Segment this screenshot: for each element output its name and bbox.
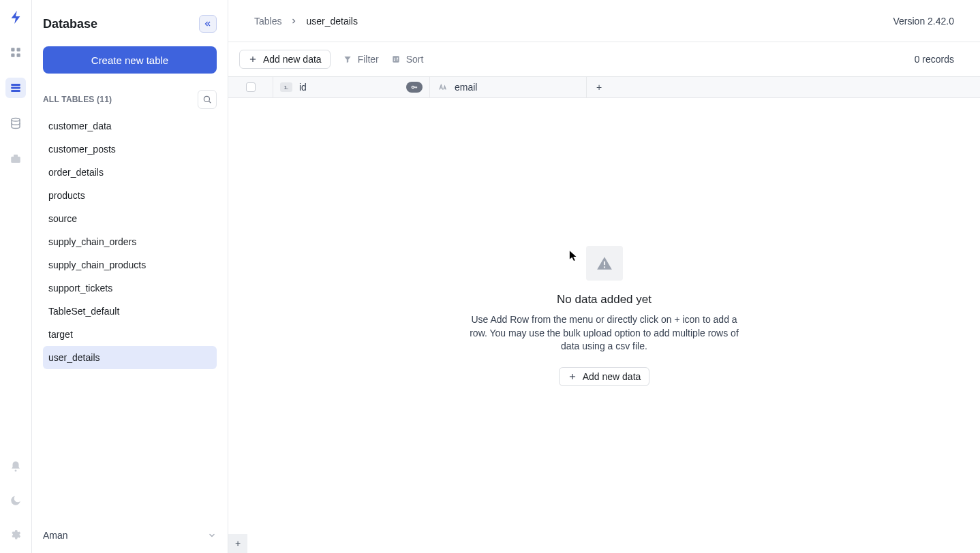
text-type-icon (437, 82, 448, 92)
add-new-data-label: Add new data (263, 54, 322, 65)
svg-point-11 (204, 96, 209, 101)
column-id-label: id (299, 82, 307, 93)
empty-subtitle: Use Add Row from the menu or directly cl… (468, 313, 741, 353)
select-all-checkbox[interactable] (246, 82, 256, 92)
svg-rect-15 (393, 56, 399, 62)
column-header-id[interactable]: 1. id (273, 77, 430, 97)
svg-point-16 (412, 86, 414, 88)
svg-rect-0 (11, 48, 14, 51)
column-header-email[interactable]: email (430, 77, 587, 97)
filter-icon (343, 54, 352, 64)
records-count: 0 records (915, 54, 969, 65)
svg-point-7 (12, 118, 20, 122)
svg-point-10 (15, 470, 17, 472)
chevron-double-left-icon (204, 20, 212, 28)
svg-rect-19 (603, 261, 604, 264)
table-body: No data added yet Use Add Row from the m… (228, 98, 980, 553)
plus-icon (248, 54, 258, 64)
empty-state: No data added yet Use Add Row from the m… (468, 246, 741, 386)
chevron-right-icon (290, 17, 298, 25)
add-row-button[interactable]: + (228, 534, 247, 553)
sidebar-title: Database (43, 17, 97, 31)
rail-theme-icon[interactable] (5, 490, 26, 511)
all-tables-label: ALL TABLES (11) (43, 95, 112, 104)
user-label: Aman (43, 530, 68, 541)
rail-briefcase-icon[interactable] (5, 148, 26, 169)
table-item-user_details[interactable]: user_details (43, 346, 217, 369)
svg-rect-6 (11, 90, 20, 92)
version-label: Version 2.42.0 (893, 16, 954, 27)
breadcrumb: Tables user_details (254, 16, 358, 27)
sort-icon (391, 54, 401, 64)
table-item-supply_chain_products[interactable]: supply_chain_products (43, 253, 217, 276)
tables-list: customer_data customer_posts order_detai… (32, 114, 228, 369)
svg-rect-20 (603, 266, 604, 268)
table-item-support_tickets[interactable]: support_tickets (43, 276, 217, 300)
table-item-tableset_default[interactable]: TableSet_default (43, 300, 217, 323)
create-new-table-button[interactable]: Create new table (43, 46, 217, 74)
table-header: 1. id email + (228, 76, 980, 98)
breadcrumb-current: user_details (306, 16, 358, 27)
rail-apps-icon[interactable] (5, 42, 26, 63)
empty-title: No data added yet (557, 293, 652, 306)
chevron-down-icon (207, 531, 217, 540)
primary-key-icon (406, 82, 423, 93)
add-new-data-button[interactable]: Add new data (239, 50, 331, 69)
rail-data-icon[interactable] (5, 113, 26, 133)
table-item-target[interactable]: target (43, 323, 217, 346)
empty-add-data-button[interactable]: Add new data (559, 367, 650, 386)
sort-label: Sort (406, 54, 424, 65)
svg-rect-4 (11, 84, 20, 86)
sort-button[interactable]: Sort (391, 54, 424, 65)
sidebar: Database Create new table ALL TABLES (11… (32, 0, 228, 553)
user-menu[interactable]: Aman (32, 522, 228, 553)
table-item-order_details[interactable]: order_details (43, 161, 217, 184)
main: Tables user_details Version 2.42.0 Add n… (228, 0, 980, 553)
plus-icon (568, 372, 577, 381)
rail-database-icon[interactable] (5, 78, 26, 98)
breadcrumb-root[interactable]: Tables (254, 16, 281, 27)
warning-icon (586, 246, 623, 281)
svg-rect-8 (11, 157, 20, 163)
rail-bell-icon[interactable] (5, 456, 26, 477)
filter-label: Filter (358, 54, 379, 65)
svg-rect-5 (11, 87, 20, 89)
search-tables-button[interactable] (198, 90, 217, 109)
svg-rect-9 (14, 155, 18, 157)
search-icon (202, 95, 212, 104)
logo-icon[interactable] (5, 7, 26, 27)
left-rail (0, 0, 32, 553)
select-all-cell[interactable] (228, 77, 273, 97)
add-column-button[interactable]: + (587, 77, 611, 97)
table-item-customer_data[interactable]: customer_data (43, 114, 217, 138)
number-type-icon: 1. (280, 82, 292, 92)
svg-rect-1 (17, 48, 20, 51)
table-item-products[interactable]: products (43, 184, 217, 207)
table-item-customer_posts[interactable]: customer_posts (43, 138, 217, 161)
table-item-supply_chain_orders[interactable]: supply_chain_orders (43, 230, 217, 253)
empty-button-label: Add new data (583, 371, 641, 382)
filter-button[interactable]: Filter (343, 54, 379, 65)
rail-settings-icon[interactable] (5, 524, 26, 545)
column-email-label: email (455, 82, 477, 93)
table-item-source[interactable]: source (43, 207, 217, 230)
collapse-sidebar-button[interactable] (199, 15, 217, 33)
svg-line-12 (209, 101, 211, 104)
svg-rect-2 (11, 54, 14, 57)
svg-rect-3 (17, 54, 20, 57)
